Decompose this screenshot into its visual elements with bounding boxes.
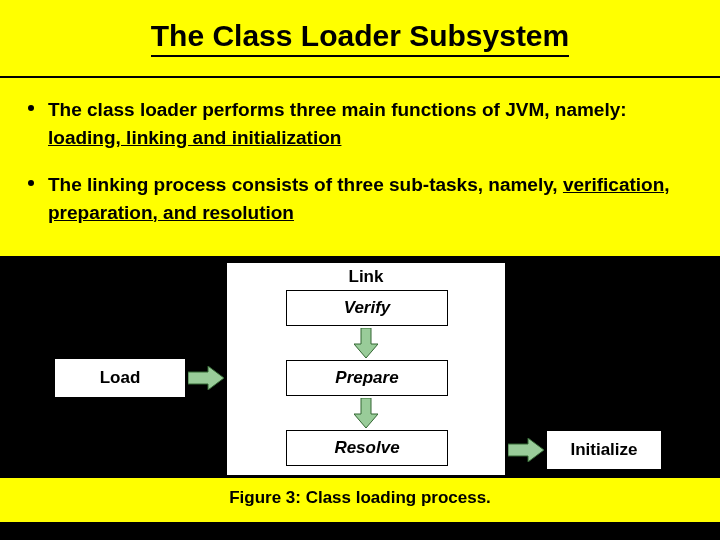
bullet-prefix: The class loader performs three main fun… (48, 99, 627, 120)
caption-band: Figure 3: Class loading process. (0, 478, 720, 522)
load-box: Load (54, 358, 186, 398)
arrow-right-icon (188, 366, 224, 390)
link-label: Link (227, 267, 505, 287)
resolve-label: Resolve (328, 438, 405, 458)
bullet-item: The class loader performs three main fun… (28, 96, 692, 151)
bullet-dot-icon (28, 105, 34, 111)
load-label: Load (94, 368, 147, 388)
svg-marker-2 (354, 398, 378, 428)
verify-box: Verify (286, 290, 448, 326)
bullet-underlined: loading, linking and initialization (48, 127, 341, 148)
slide-title: The Class Loader Subsystem (151, 19, 569, 57)
arrow-down-icon (354, 328, 378, 358)
svg-marker-1 (354, 328, 378, 358)
bullet-item: The linking process consists of three su… (28, 171, 692, 226)
bullet-dot-icon (28, 180, 34, 186)
prepare-label: Prepare (329, 368, 404, 388)
diagram: Link Load Verify Prepare Resolve Initial… (40, 256, 680, 478)
initialize-label: Initialize (564, 440, 643, 460)
svg-marker-3 (508, 438, 544, 462)
initialize-box: Initialize (546, 430, 662, 470)
verify-label: Verify (338, 298, 397, 318)
figure-caption: Figure 3: Class loading process. (229, 488, 491, 507)
prepare-box: Prepare (286, 360, 448, 396)
arrow-down-icon (354, 398, 378, 428)
bullet-text: The class loader performs three main fun… (48, 96, 692, 151)
bullet-text: The linking process consists of three su… (48, 171, 692, 226)
svg-marker-0 (188, 366, 224, 390)
content-area: The class loader performs three main fun… (0, 78, 720, 256)
resolve-box: Resolve (286, 430, 448, 466)
arrow-right-icon (508, 438, 544, 462)
bullet-prefix: The linking process consists of three su… (48, 174, 563, 195)
title-band: The Class Loader Subsystem (0, 0, 720, 78)
